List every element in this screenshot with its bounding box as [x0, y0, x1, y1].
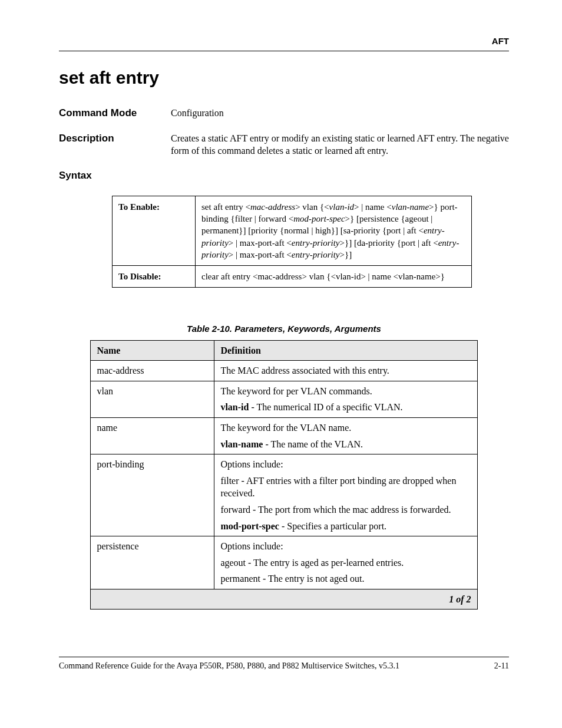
command-mode-value: Configuration	[171, 107, 509, 120]
table-row: persistenceOptions include:ageout - The …	[91, 536, 477, 589]
syntax-disable-row: To Disable: clear aft entry <mac-address…	[113, 266, 472, 288]
page-title: set aft entry	[59, 66, 509, 90]
table-row: vlanThe keyword for per VLAN commands.vl…	[91, 381, 477, 417]
syntax-enable-label: To Enable:	[113, 196, 196, 265]
section-header: AFT	[59, 35, 509, 47]
footer-rule	[59, 657, 509, 657]
syntax-heading: Syntax	[59, 169, 509, 183]
header-rule	[59, 51, 509, 51]
param-name: vlan	[91, 381, 214, 417]
command-mode-label: Command Mode	[59, 107, 171, 120]
param-name: name	[91, 417, 214, 454]
syntax-enable-row: To Enable: set aft entry <mac-address> v…	[113, 196, 472, 265]
param-name: mac-address	[91, 361, 214, 381]
footer-right: 2-11	[494, 661, 509, 672]
param-table-caption: Table 2-10. Parameters, Keywords, Argume…	[59, 323, 509, 335]
table-row: nameThe keyword for the VLAN name.vlan-n…	[91, 417, 477, 454]
param-definition: Options include:filter - AFT entries wit…	[214, 454, 477, 536]
description-label: Description	[59, 132, 171, 157]
table-row: mac-addressThe MAC address associated wi…	[91, 361, 477, 381]
param-table: Name Definition mac-addressThe MAC addre…	[90, 340, 477, 610]
syntax-table: To Enable: set aft entry <mac-address> v…	[112, 196, 472, 288]
param-name: persistence	[91, 536, 214, 589]
param-definition: The keyword for per VLAN commands.vlan-i…	[214, 381, 477, 417]
param-table-pager: 1 of 2	[91, 589, 477, 610]
param-definition: The keyword for the VLAN name.vlan-name …	[214, 417, 477, 454]
description-value: Creates a static AFT entry or modify an …	[171, 132, 509, 157]
param-table-head-name: Name	[91, 340, 214, 361]
table-row: port-bindingOptions include:filter - AFT…	[91, 454, 477, 536]
syntax-disable-value: clear aft entry <mac-address> vlan {<vla…	[196, 266, 472, 288]
footer-left: Command Reference Guide for the Avaya P5…	[59, 661, 399, 672]
description-row: Description Creates a static AFT entry o…	[59, 132, 509, 157]
param-table-head-def: Definition	[214, 340, 477, 361]
param-definition: The MAC address associated with this ent…	[214, 361, 477, 381]
param-definition: Options include:ageout - The entry is ag…	[214, 536, 477, 589]
syntax-enable-value: set aft entry <mac-address> vlan {<vlan-…	[196, 196, 472, 265]
page-footer: Command Reference Guide for the Avaya P5…	[59, 661, 509, 672]
command-mode-row: Command Mode Configuration	[59, 107, 509, 120]
param-name: port-binding	[91, 454, 214, 536]
syntax-disable-label: To Disable:	[113, 266, 196, 288]
